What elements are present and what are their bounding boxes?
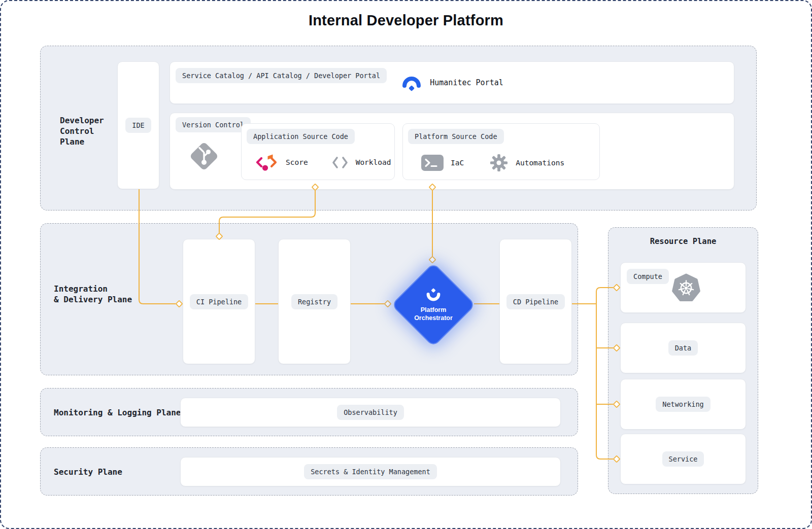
security-plane-label: Security Plane	[54, 467, 122, 477]
data-box: Data	[620, 323, 746, 373]
page-title: Internal Developer Platform	[1, 12, 811, 29]
secrets-identity-box: Secrets & Identity Management	[180, 457, 561, 486]
ide-box: IDE	[117, 61, 159, 189]
diagram-canvas: Internal Developer Platform Developer Co…	[0, 0, 812, 529]
score-logo-icon	[255, 152, 279, 172]
ci-pipeline-label: CI Pipeline	[190, 294, 248, 309]
service-label: Service	[662, 451, 704, 467]
ci-pipeline-box: CI Pipeline	[183, 239, 255, 364]
application-source-code-box: Application Source Code Score	[241, 123, 395, 180]
platform-orchestrator-label: Platform Orchestrator	[414, 306, 453, 322]
resource-plane-label: Resource Plane	[608, 237, 758, 246]
terminal-icon	[421, 155, 444, 171]
observability-label: Observability	[337, 405, 404, 420]
registry-label: Registry	[291, 294, 337, 309]
version-control-label: Version Control	[176, 117, 251, 132]
integration-delivery-plane-label: Integration & Delivery Plane	[54, 284, 155, 305]
monitoring-logging-plane-label: Monitoring & Logging Plane	[54, 407, 181, 418]
secrets-identity-label: Secrets & Identity Management	[304, 464, 437, 479]
networking-box: Networking	[620, 379, 746, 430]
humanitec-portal-label: Humanitec Portal	[430, 78, 503, 87]
networking-label: Networking	[656, 397, 710, 412]
version-control-box: Version Control Application Source Code	[170, 113, 734, 190]
kubernetes-icon	[671, 273, 701, 303]
platform-source-code-label: Platform Source Code	[408, 129, 504, 144]
humanitec-portal-brand: Humanitec Portal	[170, 62, 734, 103]
automations-label: Automations	[516, 159, 564, 167]
cd-pipeline-box: CD Pipeline	[499, 239, 572, 364]
developer-control-plane-label: Developer Control Plane	[60, 115, 126, 147]
workload-label: Workload	[356, 158, 391, 166]
cd-pipeline-label: CD Pipeline	[506, 294, 565, 309]
application-source-code-label: Application Source Code	[247, 129, 355, 144]
compute-label: Compute	[627, 269, 669, 284]
gear-icon	[489, 153, 509, 172]
score-label: Score	[286, 158, 308, 166]
monitoring-logging-plane: Monitoring & Logging Plane Observability	[40, 388, 578, 436]
humanitec-logo-icon	[400, 72, 423, 93]
platform-source-code-box: Platform Source Code IaC	[402, 123, 600, 180]
ide-label: IDE	[125, 118, 151, 133]
iac-label: IaC	[451, 159, 464, 167]
data-label: Data	[668, 340, 698, 356]
code-brackets-icon	[331, 156, 349, 169]
registry-box: Registry	[278, 239, 351, 364]
security-plane: Security Plane Secrets & Identity Manage…	[40, 447, 578, 496]
portal-box: Service Catalog / API Catalog / Develope…	[170, 61, 734, 104]
service-box: Service	[620, 434, 746, 484]
compute-box: Compute	[620, 262, 746, 313]
humanitec-logo-white-icon	[424, 288, 443, 303]
observability-box: Observability	[180, 398, 561, 427]
git-icon	[189, 142, 219, 171]
